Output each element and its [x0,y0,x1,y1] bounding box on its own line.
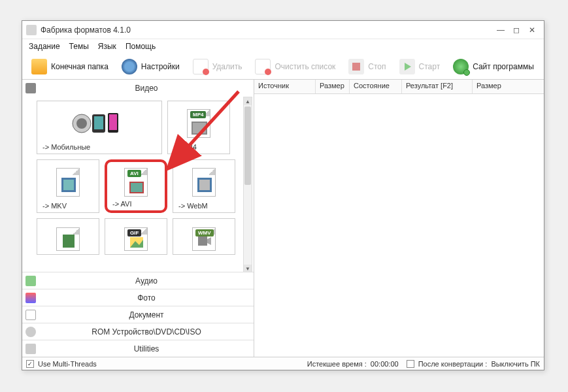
formats-grid: ▲ ▼ [22,97,254,272]
stop-button[interactable]: Стоп [343,56,391,77]
film-icon [63,235,75,248]
elapsed-value: 00:00:00 [371,360,399,368]
file-list-body [254,94,544,357]
settings-button[interactable]: Настройки [116,56,185,77]
statusbar: ✓ Use Multi-Threads Истекшее время : 00:… [22,357,544,370]
col-size2[interactable]: Размер [473,80,544,93]
disc-icon [25,327,36,337]
format-mp4-label: -> MP4 [168,140,229,154]
col-state[interactable]: Состояние [350,80,402,93]
clear-list-button[interactable]: Очистить список [250,56,341,77]
minimize-button[interactable]: — [493,24,509,36]
title-text: Фабрика форматов 4.1.0 [41,25,131,35]
category-utilities-label: Utilities [39,344,254,353]
elapsed-label: Истекшее время : [307,360,367,368]
format-mkv[interactable]: -> MKV [37,159,99,213]
format-mobile[interactable]: -> Мобильные [37,101,162,154]
clear-icon [255,59,271,74]
category-rom-label: ROM Устройство\DVD\CD\ISO [39,327,254,336]
app-window: Фабрика форматов 4.1.0 — ◻ ✕ Задание Тем… [22,20,544,370]
scroll-down-icon[interactable]: ▼ [244,265,252,272]
svg-rect-13 [199,180,210,190]
format-mobile-label: -> Мобильные [37,140,161,154]
format-gif[interactable]: GIF [105,218,167,255]
category-utilities-header[interactable]: Utilities [22,340,254,357]
utilities-icon [25,344,36,354]
clear-label: Очистить список [275,62,335,71]
site-button[interactable]: Сайт программы [448,56,539,77]
scroll-thumb[interactable] [244,106,251,185]
format-mp4[interactable]: MP4 -> MP4 [167,101,230,154]
col-size[interactable]: Размер [316,80,350,93]
mp4-tag: MP4 [190,111,206,118]
columns-header: Источник Размер Состояние Результат [F2]… [254,80,544,94]
svg-rect-9 [63,180,74,190]
settings-label: Настройки [141,62,180,71]
photo-icon [25,293,36,303]
after-label: После конвертации : [418,360,488,368]
main-area: Видео ▲ ▼ [22,80,544,357]
dest-folder-label: Конечная папка [51,62,109,71]
format-webm-label: -> WebM [173,199,235,212]
menu-task[interactable]: Задание [29,42,60,51]
svg-rect-17 [198,237,207,246]
col-source[interactable]: Источник [254,80,316,93]
category-rom-header[interactable]: ROM Устройство\DVD\CD\ISO [22,323,254,340]
category-audio-label: Аудио [39,276,254,286]
avi-tag: AVI [127,170,141,177]
image-icon [130,237,143,248]
svg-point-1 [76,118,87,129]
video-icon [25,83,36,93]
svg-marker-18 [207,237,211,245]
svg-rect-7 [193,123,206,133]
globe-icon [453,59,469,74]
category-document-label: Документ [39,310,254,319]
start-button[interactable]: Старт [394,56,446,77]
format-avi-label: -> AVI [107,197,165,210]
delete-button[interactable]: Удалить [188,56,248,77]
close-button[interactable]: ✕ [524,24,540,36]
menu-lang[interactable]: Язык [98,42,116,51]
stop-label: Стоп [368,62,386,71]
category-document-header[interactable]: Документ [22,306,254,323]
menubar: Задание Темы Язык Помощь [22,39,544,54]
category-photo-label: Фото [39,293,254,302]
dest-folder-button[interactable]: Конечная папка [26,56,114,77]
col-result[interactable]: Результат [F2] [402,80,473,93]
camera-icon [198,237,211,248]
stop-icon [348,59,364,74]
film-icon [61,178,76,192]
category-photo-header[interactable]: Фото [22,289,254,306]
multi-threads-checkbox[interactable]: ✓ [26,360,34,368]
menu-help[interactable]: Помощь [125,42,156,51]
svg-rect-14 [63,235,75,248]
format-avi[interactable]: AVI -> AVI [105,159,167,213]
svg-rect-3 [94,116,103,129]
format-webm[interactable]: -> WebM [173,159,235,213]
maximize-button[interactable]: ◻ [509,24,524,36]
delete-icon [193,59,209,74]
category-audio-header[interactable]: Аудио [22,272,254,289]
svg-rect-11 [131,183,142,192]
after-value: Выключить ПК [491,360,540,368]
multi-threads-label: Use Multi-Threads [38,360,97,368]
after-convert-checkbox[interactable] [407,360,414,368]
format-wmv[interactable]: WMV [173,218,235,255]
scrollbar[interactable]: ▲ ▼ [243,97,252,272]
scroll-up-icon[interactable]: ▲ [244,97,252,105]
site-label: Сайт программы [473,62,534,71]
folder-icon [31,59,47,74]
delete-label: Удалить [212,62,242,71]
category-video-header[interactable]: Видео [22,80,254,97]
file-list-panel: Источник Размер Состояние Результат [F2]… [254,80,544,357]
gear-icon [122,59,137,74]
format-3gp[interactable] [37,218,99,255]
category-video-label: Видео [39,84,254,93]
titlebar: Фабрика форматов 4.1.0 — ◻ ✕ [22,21,544,39]
format-mkv-label: -> MKV [37,199,99,212]
mobile-devices-icon [70,110,129,137]
start-label: Старт [419,62,441,71]
film-icon [197,178,212,192]
app-icon [26,25,37,35]
menu-themes[interactable]: Темы [69,42,89,51]
